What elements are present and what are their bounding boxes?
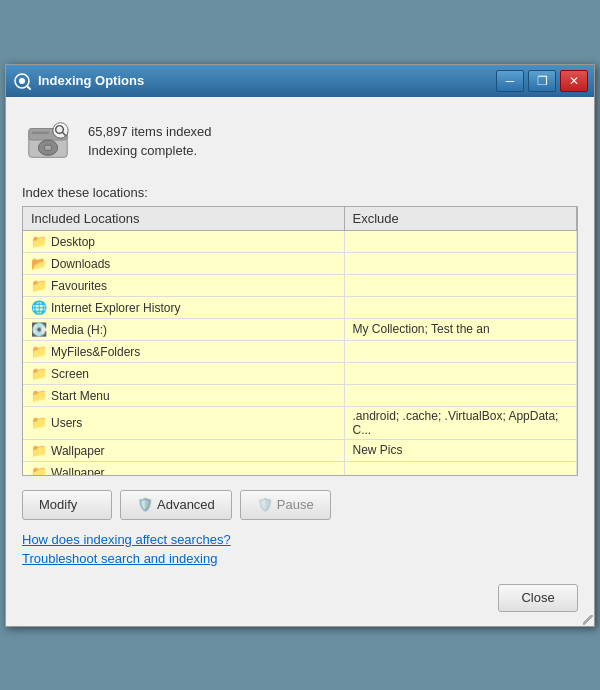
status-icon (22, 115, 74, 167)
index-status: Indexing complete. (88, 143, 212, 158)
table-row[interactable]: 📁Screen (23, 362, 577, 384)
status-area: 65,897 items indexed Indexing complete. (22, 111, 578, 171)
folder-icon: 📁 (31, 278, 47, 293)
location-cell: 📁Favourites (23, 274, 344, 296)
folder-icon: 📁 (31, 443, 47, 458)
folder-icon: 📁 (31, 344, 47, 359)
table-row[interactable]: 🌐Internet Explorer History (23, 296, 577, 318)
exclude-cell (344, 252, 576, 274)
bottom-row: Close (22, 580, 578, 612)
table-row[interactable]: 📁Start Menu (23, 384, 577, 406)
exclude-cell (344, 274, 576, 296)
exclude-header: Exclude (344, 207, 576, 231)
table-row[interactable]: 📁Favourites (23, 274, 577, 296)
table-row[interactable]: 💽Media (H:)My Collection; Test the an (23, 318, 577, 340)
location-cell: 📁Screen (23, 362, 344, 384)
pause-shield-icon: 🛡️ (257, 497, 273, 513)
location-cell: 📁MyFiles&Folders (23, 340, 344, 362)
folder-icon: 📁 (31, 415, 47, 430)
svg-point-1 (19, 78, 25, 84)
folder-icon: 💽 (31, 322, 47, 337)
restore-button[interactable]: ❐ (528, 70, 556, 92)
window-close-button[interactable]: ✕ (560, 70, 588, 92)
svg-line-2 (27, 86, 30, 89)
location-cell: 💽Media (H:) (23, 318, 344, 340)
location-cell: 📁Wallpaper (23, 461, 344, 476)
window-title: Indexing Options (38, 73, 496, 88)
table-row[interactable]: 📁Wallpaper (23, 461, 577, 476)
locations-table: Included Locations Exclude 📁Desktop📂Down… (23, 207, 577, 476)
exclude-cell (344, 340, 576, 362)
links-area: How does indexing affect searches? Troub… (22, 532, 578, 566)
svg-point-6 (44, 144, 52, 150)
exclude-cell (344, 362, 576, 384)
advanced-shield-icon: 🛡️ (137, 497, 153, 513)
items-indexed-count: 65,897 items indexed (88, 124, 212, 139)
location-cell: 📂Downloads (23, 252, 344, 274)
pause-button[interactable]: 🛡️ Pause (240, 490, 331, 520)
folder-icon: 📁 (31, 234, 47, 249)
exclude-cell: My Collection; Test the an (344, 318, 576, 340)
folder-icon: 📁 (31, 465, 47, 476)
locations-table-container[interactable]: Included Locations Exclude 📁Desktop📂Down… (22, 206, 578, 476)
location-cell: 📁Users (23, 406, 344, 439)
location-cell: 📁Wallpaper (23, 439, 344, 461)
status-text-area: 65,897 items indexed Indexing complete. (88, 124, 212, 158)
folder-icon: 🌐 (31, 300, 47, 315)
folder-icon: 📂 (31, 256, 47, 271)
folder-icon: 📁 (31, 366, 47, 381)
resize-grip[interactable] (583, 615, 593, 625)
folder-icon: 📁 (31, 388, 47, 403)
location-cell: 🌐Internet Explorer History (23, 296, 344, 318)
included-locations-header: Included Locations (23, 207, 344, 231)
exclude-cell (344, 230, 576, 252)
index-locations-label: Index these locations: (22, 185, 578, 200)
svg-rect-8 (32, 131, 49, 134)
table-row[interactable]: 📁Desktop (23, 230, 577, 252)
exclude-cell: .android; .cache; .VirtualBox; AppData; … (344, 406, 576, 439)
table-row[interactable]: 📁MyFiles&Folders (23, 340, 577, 362)
exclude-cell (344, 384, 576, 406)
action-buttons-row: Modify 🛡️ Advanced 🛡️ Pause (22, 490, 578, 520)
advanced-button[interactable]: 🛡️ Advanced (120, 490, 232, 520)
title-bar: Indexing Options ─ ❐ ✕ (6, 65, 594, 97)
table-row[interactable]: 📁Users.android; .cache; .VirtualBox; App… (23, 406, 577, 439)
troubleshoot-link[interactable]: Troubleshoot search and indexing (22, 551, 578, 566)
window-body: 65,897 items indexed Indexing complete. … (6, 97, 594, 626)
indexing-options-window: Indexing Options ─ ❐ ✕ (5, 64, 595, 627)
location-cell: 📁Desktop (23, 230, 344, 252)
exclude-cell: New Pics (344, 439, 576, 461)
close-button[interactable]: Close (498, 584, 578, 612)
modify-button[interactable]: Modify (22, 490, 112, 520)
window-icon (12, 71, 32, 91)
title-bar-buttons: ─ ❐ ✕ (496, 70, 588, 92)
table-row[interactable]: 📁WallpaperNew Pics (23, 439, 577, 461)
exclude-cell (344, 461, 576, 476)
how-does-indexing-link[interactable]: How does indexing affect searches? (22, 532, 578, 547)
minimize-button[interactable]: ─ (496, 70, 524, 92)
table-row[interactable]: 📂Downloads (23, 252, 577, 274)
exclude-cell (344, 296, 576, 318)
location-cell: 📁Start Menu (23, 384, 344, 406)
